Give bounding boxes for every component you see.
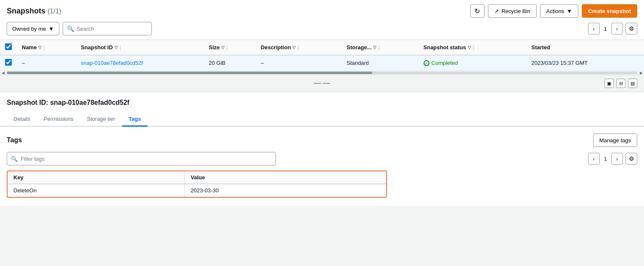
tags-section: Tags Manage tags 🔍 ‹ 1 › ⚙ Key <box>7 127 637 206</box>
select-all-checkbox[interactable] <box>5 43 12 50</box>
tags-filter-row: 🔍 ‹ 1 › ⚙ <box>7 152 637 165</box>
tags-settings-button[interactable]: ⚙ <box>625 153 637 165</box>
manage-tags-button[interactable]: Manage tags <box>593 133 637 147</box>
panel-divider: ▣ ⊟ ▤ <box>0 75 644 92</box>
sort-icon[interactable]: ▽ <box>114 45 118 50</box>
cell-storage: Standard <box>342 55 418 71</box>
tab-tags[interactable]: Tags <box>122 112 148 127</box>
detail-title: Snapshot ID: snap-010ae78efad0cd52f <box>7 99 637 106</box>
filter-search-icon: 🔍 <box>11 156 18 162</box>
tags-col-key: Key <box>8 171 185 184</box>
tags-table-row: DeleteOn 2023-03-30 <box>8 184 386 197</box>
tags-next-page-button[interactable]: › <box>611 153 623 165</box>
sort-icon[interactable]: ▽ <box>292 45 296 50</box>
sort-icon[interactable]: ▽ <box>221 45 225 50</box>
chevron-down-icon: ▼ <box>48 26 54 32</box>
actions-button[interactable]: Actions ▼ <box>540 4 579 18</box>
sort-icon[interactable]: ▽ <box>373 45 376 50</box>
table-settings-button[interactable]: ⚙ <box>625 23 637 35</box>
resize-handle[interactable] <box>314 83 330 84</box>
tags-prev-page-button[interactable]: ‹ <box>588 153 600 165</box>
scroll-right-icon[interactable]: ▶ <box>638 71 644 75</box>
cell-snapshot-id: snap-010ae78efad0cd52f <box>76 55 204 71</box>
page-title: Snapshots (1/1) <box>7 7 61 16</box>
detail-panel: Snapshot ID: snap-010ae78efad0cd52f Deta… <box>0 92 644 206</box>
row-checkbox[interactable] <box>5 59 12 66</box>
cell-description: – <box>256 55 342 71</box>
create-snapshot-button[interactable]: Create snapshot <box>582 4 637 18</box>
scroll-left-icon[interactable]: ◀ <box>0 71 6 75</box>
tags-header: Tags Manage tags <box>7 133 637 147</box>
owned-filter-button[interactable]: Owned by me ▼ <box>7 22 59 35</box>
horizontal-scrollbar[interactable]: ◀ ▶ <box>0 71 644 75</box>
tags-pagination: ‹ 1 › ⚙ <box>588 153 637 165</box>
detail-tabs: Details Permissions Storage tier Tags <box>0 112 644 127</box>
tags-table: Key Value DeleteOn 2023-03-30 <box>8 171 386 197</box>
panel-layout-icons: ▣ ⊟ ▤ <box>604 79 637 88</box>
search-input[interactable] <box>63 22 152 35</box>
cell-size: 20 GiB <box>204 55 256 71</box>
tags-col-value: Value <box>185 171 386 184</box>
layout-bottom-button[interactable]: ▤ <box>628 79 637 88</box>
layout-split-button[interactable]: ⊟ <box>616 79 625 88</box>
tag-key-cell: DeleteOn <box>8 184 185 197</box>
sort-icon[interactable]: ▽ <box>468 45 471 50</box>
recycle-bin-icon: ↗ <box>494 8 499 14</box>
tab-storage-tier[interactable]: Storage tier <box>80 112 122 127</box>
layout-top-button[interactable]: ▣ <box>604 79 614 88</box>
col-snapshot-id: Snapshot ID ▽ | <box>76 40 204 55</box>
cell-started: 2023/03/23 15:37 GMT <box>526 55 644 71</box>
snapshot-id-link[interactable]: snap-010ae78efad0cd52f <box>81 60 143 66</box>
prev-page-button[interactable]: ‹ <box>588 23 600 35</box>
col-size: Size ▽ | <box>204 40 256 55</box>
tab-details[interactable]: Details <box>7 112 37 127</box>
filter-wrapper: 🔍 <box>7 152 276 165</box>
col-name: Name ▽ | <box>17 40 76 55</box>
snapshots-table: Name ▽ | Snapshot ID ▽ | Size ▽ <box>0 40 644 71</box>
refresh-button[interactable]: ↻ <box>470 4 485 18</box>
pagination-controls: ‹ 1 › ⚙ <box>588 23 637 35</box>
tags-table-wrapper: Key Value DeleteOn 2023-03-30 <box>7 170 387 198</box>
table-row[interactable]: – snap-010ae78efad0cd52f 20 GiB – Standa… <box>0 55 644 71</box>
tags-title: Tags <box>7 136 22 144</box>
col-status: Snapshot status ▽ | <box>419 40 527 55</box>
col-description: Description ▽ | <box>256 40 342 55</box>
filter-tags-input[interactable] <box>7 152 276 165</box>
tab-permissions[interactable]: Permissions <box>37 112 80 127</box>
search-wrapper: 🔍 <box>63 22 332 35</box>
snapshots-table-container: Name ▽ | Snapshot ID ▽ | Size ▽ <box>0 40 644 75</box>
chevron-down-icon: ▼ <box>567 8 572 14</box>
recycle-bin-button[interactable]: ↗ Recycle Bin <box>488 4 537 18</box>
next-page-button[interactable]: › <box>611 23 623 35</box>
col-started: Started <box>526 40 644 55</box>
tag-value-cell: 2023-03-30 <box>185 184 386 197</box>
search-icon: 🔍 <box>67 25 74 32</box>
status-icon: ✓ <box>424 60 429 66</box>
sort-icon[interactable]: ▽ <box>38 45 42 50</box>
cell-status: ✓ Completed <box>419 55 527 71</box>
col-storage: Storage... ▽ | <box>342 40 418 55</box>
cell-name: – <box>17 55 76 71</box>
